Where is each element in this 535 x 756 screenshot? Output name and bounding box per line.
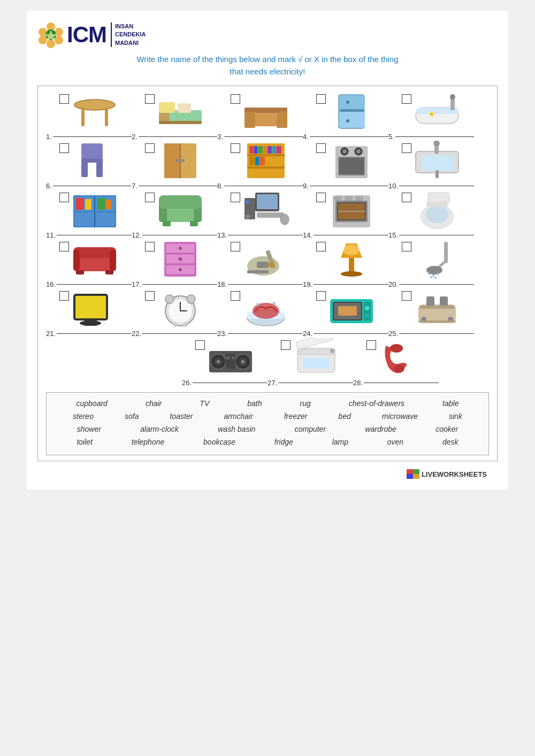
svg-point-3 bbox=[47, 40, 55, 48]
checkbox-25[interactable] bbox=[402, 291, 411, 301]
checkbox-21[interactable] bbox=[59, 291, 69, 301]
checkbox-18[interactable] bbox=[231, 242, 240, 251]
checkbox-26[interactable] bbox=[195, 340, 205, 350]
checkbox-23[interactable] bbox=[231, 291, 240, 301]
image-freezer bbox=[292, 338, 340, 378]
svg-rect-56 bbox=[339, 158, 364, 174]
image-bath bbox=[413, 91, 461, 132]
item-line-8 bbox=[224, 186, 303, 186]
checkbox-24[interactable] bbox=[316, 291, 326, 301]
svg-rect-42 bbox=[247, 154, 285, 156]
checkbox-17[interactable] bbox=[145, 242, 155, 251]
svg-point-167 bbox=[241, 360, 244, 363]
svg-rect-14 bbox=[159, 102, 175, 113]
word-tv: TV bbox=[195, 398, 213, 409]
word-bed: bed bbox=[334, 411, 355, 422]
word-sink: sink bbox=[445, 411, 467, 422]
item-number-15: 15. bbox=[388, 231, 398, 239]
item-number-16: 16. bbox=[46, 280, 56, 288]
checkbox-5[interactable] bbox=[402, 94, 411, 104]
checkbox-13[interactable] bbox=[231, 193, 240, 202]
item-line-6 bbox=[53, 186, 132, 186]
svg-rect-160 bbox=[418, 320, 456, 323]
svg-rect-168 bbox=[226, 354, 235, 369]
image-bed bbox=[156, 91, 204, 132]
item-cell-27: 27. bbox=[268, 338, 353, 387]
footer: LIVEWORKSHEETS bbox=[37, 469, 498, 479]
word-armchair: armchair bbox=[219, 411, 257, 422]
item-cell-14: 14. bbox=[303, 190, 388, 239]
word-chest-of-drawers: chest-of-drawers bbox=[345, 398, 409, 409]
checkbox-7[interactable] bbox=[145, 143, 155, 153]
checkbox-10[interactable] bbox=[402, 143, 411, 153]
checkbox-20[interactable] bbox=[402, 242, 411, 251]
item-cell-6: 6. bbox=[46, 141, 132, 190]
svg-point-127 bbox=[437, 273, 439, 275]
checkbox-2[interactable] bbox=[145, 94, 155, 104]
checkbox-11[interactable] bbox=[59, 193, 69, 202]
item-line-25 bbox=[399, 333, 474, 334]
item-cell-3: 3. bbox=[217, 91, 303, 141]
word-shower: shower bbox=[73, 424, 105, 434]
svg-rect-115 bbox=[257, 262, 269, 268]
item-line-11 bbox=[57, 235, 132, 235]
checkbox-22[interactable] bbox=[145, 291, 155, 301]
svg-rect-9 bbox=[81, 108, 85, 126]
svg-rect-22 bbox=[339, 111, 365, 128]
checkbox-14[interactable] bbox=[316, 193, 326, 202]
word-bookcase: bookcase bbox=[199, 437, 240, 447]
image-desk bbox=[242, 91, 290, 132]
checkbox-12[interactable] bbox=[145, 193, 155, 202]
item-number-11: 11. bbox=[46, 231, 56, 239]
svg-point-129 bbox=[434, 277, 437, 279]
svg-point-8 bbox=[74, 100, 115, 110]
page: ICM INSAN CENDEKIA MADANI Write the name… bbox=[27, 11, 508, 490]
checkbox-28[interactable] bbox=[366, 340, 376, 350]
word-lamp: lamp bbox=[328, 437, 353, 447]
item-number-18: 18. bbox=[217, 280, 227, 288]
item-cell-28: 28. bbox=[353, 338, 439, 387]
svg-point-4 bbox=[39, 36, 47, 44]
checkbox-8[interactable] bbox=[231, 143, 240, 153]
item-line-14 bbox=[314, 235, 388, 235]
image-sink bbox=[413, 141, 461, 181]
item-cell-11: 11. bbox=[46, 190, 132, 239]
svg-point-31 bbox=[431, 113, 433, 115]
checkbox-3[interactable] bbox=[231, 94, 240, 104]
svg-point-139 bbox=[187, 295, 195, 303]
item-number-4: 4. bbox=[303, 133, 309, 141]
svg-rect-43 bbox=[247, 166, 285, 169]
svg-point-125 bbox=[428, 273, 430, 275]
worksheet-box: 1. bbox=[37, 86, 498, 461]
word-toaster: toaster bbox=[166, 411, 197, 422]
svg-point-126 bbox=[432, 274, 434, 277]
items-row-3: 11. bbox=[46, 190, 489, 239]
checkbox-15[interactable] bbox=[402, 193, 411, 202]
checkbox-4[interactable] bbox=[316, 94, 326, 104]
svg-rect-49 bbox=[272, 146, 276, 154]
image-alarm-clock bbox=[156, 288, 204, 329]
checkbox-16[interactable] bbox=[59, 242, 69, 251]
checkbox-1[interactable] bbox=[59, 94, 69, 104]
svg-point-116 bbox=[269, 262, 274, 268]
items-row-4: 16. bbox=[46, 239, 489, 288]
svg-rect-78 bbox=[159, 195, 202, 209]
checkbox-6[interactable] bbox=[59, 143, 69, 153]
item-line-16 bbox=[57, 284, 132, 285]
logo-tagline: INSAN CENDEKIA MADANI bbox=[111, 22, 146, 47]
item-cell-17: 17. bbox=[132, 239, 217, 288]
svg-point-138 bbox=[165, 295, 174, 303]
svg-point-87 bbox=[280, 214, 289, 225]
svg-rect-46 bbox=[258, 146, 263, 154]
checkbox-27[interactable] bbox=[281, 340, 291, 350]
checkbox-19[interactable] bbox=[316, 242, 326, 251]
word-rug: rug bbox=[296, 398, 315, 409]
svg-rect-74 bbox=[106, 200, 111, 209]
svg-rect-15 bbox=[178, 103, 191, 113]
svg-rect-92 bbox=[345, 196, 353, 201]
svg-point-177 bbox=[394, 365, 404, 372]
checkbox-9[interactable] bbox=[316, 143, 326, 153]
item-number-7: 7. bbox=[132, 182, 137, 190]
image-sofa bbox=[71, 239, 119, 279]
liveworksheets-brand: LIVEWORKSHEETS bbox=[407, 469, 487, 479]
